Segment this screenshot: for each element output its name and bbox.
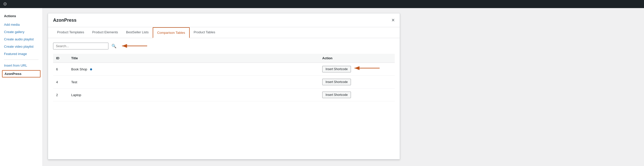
arrow-shortcode-annotation	[352, 64, 382, 72]
search-icon: 🔍	[111, 44, 116, 48]
tab-product-templates[interactable]: Product Templates	[53, 27, 88, 38]
sidebar-item-create-audio-playlist[interactable]: Create audio playlist	[0, 36, 43, 43]
tab-bestseller-lists[interactable]: BestSeller Lists	[122, 27, 153, 38]
table-header-row: ID Title Action	[53, 54, 395, 63]
search-button[interactable]: 🔍	[110, 43, 117, 49]
sidebar: Actions Add media Create gallery Create …	[0, 8, 43, 166]
modal-title: AzonPress	[53, 18, 76, 23]
cell-action: Insert Shortcode	[319, 63, 395, 76]
sidebar-item-insert-from-url[interactable]: Insert from URL	[0, 62, 43, 69]
status-dot	[90, 68, 92, 70]
search-input[interactable]	[53, 43, 108, 49]
search-row: 🔍	[53, 42, 395, 50]
cell-title: Book Shop	[68, 63, 319, 76]
insert-shortcode-button-2[interactable]: Insert Shortcode	[322, 79, 351, 85]
table-row: 2 Laptop Insert Shortcode	[53, 89, 395, 101]
table-row: 6 Book Shop Insert Shortcode	[53, 63, 395, 76]
admin-bar: ⚙	[0, 0, 644, 8]
cell-title: Laptop	[68, 89, 319, 101]
tab-product-elements[interactable]: Product Elements	[88, 27, 122, 38]
modal-content: 🔍 I	[48, 38, 400, 105]
data-table: ID Title Action 6 Book Shop	[53, 54, 395, 101]
table-row: 4 Test Insert Shortcode	[53, 76, 395, 89]
sidebar-item-add-media[interactable]: Add media	[0, 21, 43, 28]
cell-id: 6	[53, 63, 68, 76]
sidebar-item-create-gallery[interactable]: Create gallery	[0, 28, 43, 36]
modal-header: AzonPress ×	[48, 13, 400, 27]
tab-product-tables[interactable]: Product Tables	[190, 27, 219, 38]
insert-shortcode-button-3[interactable]: Insert Shortcode	[322, 92, 351, 98]
cell-title: Test	[68, 76, 319, 89]
modal-dialog: AzonPress × Product Templates Product El…	[48, 13, 400, 159]
cell-action: Insert Shortcode	[319, 76, 395, 89]
tab-comparison-tables[interactable]: Comparison Tables	[153, 27, 190, 38]
sidebar-item-featured-image[interactable]: Featured image	[0, 50, 43, 58]
col-header-title: Title	[68, 54, 319, 63]
cell-action: Insert Shortcode	[319, 89, 395, 101]
cell-id: 4	[53, 76, 68, 89]
modal-area: AzonPress × Product Templates Product El…	[43, 8, 644, 166]
sidebar-item-create-video-playlist[interactable]: Create video playlist	[0, 43, 43, 50]
col-header-id: ID	[53, 54, 68, 63]
cell-id: 2	[53, 89, 68, 101]
insert-shortcode-button-1[interactable]: Insert Shortcode	[322, 66, 351, 72]
sidebar-section-title: Actions	[0, 12, 43, 21]
sidebar-item-azonpress[interactable]: AzonPress	[2, 70, 41, 77]
modal-close-button[interactable]: ×	[391, 17, 395, 23]
sidebar-divider	[4, 60, 38, 60]
arrow-search-annotation	[119, 42, 150, 50]
tabs-bar: Product Templates Product Elements BestS…	[48, 27, 400, 38]
col-header-action: Action	[319, 54, 395, 63]
wordpress-icon: ⚙	[3, 1, 7, 7]
main-layout: Actions Add media Create gallery Create …	[0, 8, 644, 166]
